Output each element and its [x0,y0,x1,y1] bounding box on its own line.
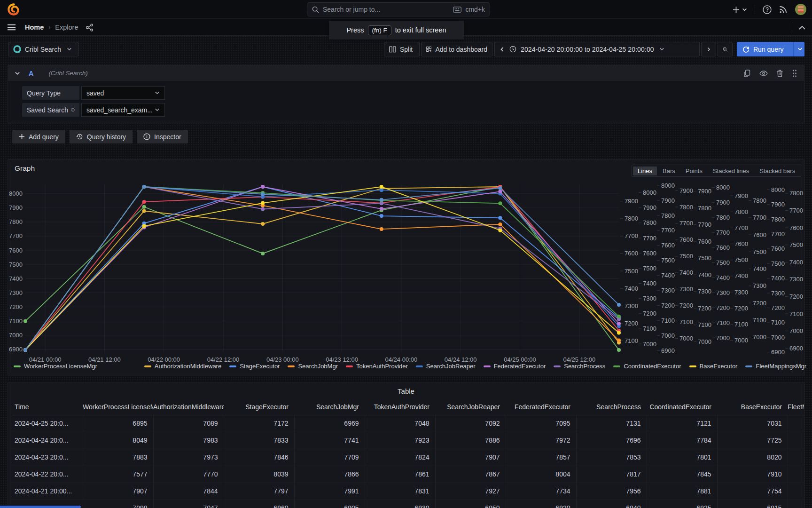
table-cell-value: 7824 [365,449,435,466]
table-cell-value: 7817 [576,466,647,483]
svg-text:7400: 7400 [643,280,656,287]
table-column-header[interactable]: WorkerProcessLicenseMgr [83,402,153,415]
top-nav-bar: Search or jump to... cmd+k [0,0,812,19]
svg-text:7000: 7000 [734,337,748,344]
table-column-header[interactable]: BaseExecutor [717,402,788,415]
table-column-header[interactable]: TokenAuthProvider [365,402,435,415]
table-cell-value: 7172 [224,415,294,432]
news-icon[interactable] [779,5,788,14]
legend-item[interactable]: FleetMappingsMgr [745,363,806,370]
table-cell-time: 2024-04-25 20:0... [12,415,83,432]
time-forward-button[interactable] [701,42,716,56]
add-to-dashboard-button[interactable]: Add to dashboard [421,42,492,56]
legend-item[interactable]: TokenAuthProvider [346,363,408,370]
collapse-icon[interactable] [799,25,805,30]
inspector-button[interactable]: Inspector [137,130,188,143]
query-type-select[interactable]: saved [81,86,165,100]
svg-text:7400: 7400 [734,272,748,279]
legend-item[interactable]: SearchJobMgr [288,363,338,370]
help-icon[interactable] [763,5,772,14]
menu-icon[interactable] [8,24,16,31]
svg-text:7600: 7600 [698,238,711,245]
plus-icon [19,134,25,140]
legend-item[interactable]: AuthorizationMiddleware [144,363,221,370]
split-button[interactable]: Split [384,42,420,56]
svg-text:7600: 7600 [734,240,748,247]
run-query-caret[interactable] [793,42,806,56]
trash-icon[interactable] [776,70,783,77]
grafana-logo-icon[interactable] [8,3,20,16]
svg-text:7300: 7300 [661,287,675,294]
svg-text:7200: 7200 [698,305,711,312]
table-cell-value: 7089 [153,415,224,432]
svg-text:7700: 7700 [9,232,23,239]
search-input[interactable]: Search or jump to... cmd+k [307,2,490,16]
svg-text:7300: 7300 [789,276,803,283]
legend-item[interactable]: SearchJobReaper [416,363,476,370]
query-history-button[interactable]: Query history [70,130,133,143]
svg-text:7500: 7500 [753,248,766,255]
svg-text:7500: 7500 [679,253,693,260]
breadcrumb-home[interactable]: Home [25,24,44,31]
copy-icon[interactable] [743,70,751,77]
legend-series-color [484,365,491,367]
svg-text:7700: 7700 [789,207,803,214]
table-column-header[interactable]: FleetMappingsMgr [788,402,804,415]
legend-series-color [554,365,561,367]
saved-search-value: saved_search_exam... [86,106,155,114]
table-column-header[interactable]: SearchJobReaper [435,402,506,415]
table-column-header[interactable]: AuthorizationMiddleware [153,402,224,415]
svg-text:7200: 7200 [9,303,23,310]
svg-text:7900: 7900 [679,187,693,194]
table-cell-time: 2024-04-22 20:0... [12,466,83,483]
table-column-header[interactable]: Time [12,402,83,415]
time-range-picker[interactable]: 2024-04-20 20:00:00 to 2024-04-25 20:00:… [494,42,700,56]
drag-handle-icon[interactable] [792,70,797,77]
line-chart[interactable]: 6900700071007200730074007500760077007800… [8,159,804,362]
svg-text:8000: 8000 [661,182,675,189]
share-icon[interactable] [86,24,94,32]
legend-series-color [288,365,295,367]
svg-text:7100: 7100 [771,319,785,326]
table-cell-value: 8020 [717,449,788,466]
legend-item[interactable]: FederatedExecutor [484,363,546,370]
legend-series-name: TokenAuthProvider [356,363,408,370]
add-query-button[interactable]: Add query [12,130,65,143]
eye-icon[interactable] [759,70,768,77]
legend-item[interactable]: StageExecutor [229,363,280,370]
table-cell-value [788,449,804,466]
svg-text:7600: 7600 [9,247,23,254]
table-column-header[interactable]: FederatedExecutor [506,402,576,415]
time-range-label: 2024-04-20 20:00:00 to 2024-04-25 20:00:… [521,46,654,53]
zoom-out-button[interactable] [718,42,733,56]
table-column-header[interactable]: SearchJobMgr [294,402,365,415]
run-query-button[interactable]: Run query [737,42,804,56]
svg-text:7000: 7000 [789,327,803,334]
table-cell-value [788,466,804,483]
table-cell-value: 7734 [506,483,576,500]
svg-text:7700: 7700 [753,214,766,221]
legend-item[interactable]: CoordinatedExecutor [613,363,681,370]
table-column-header[interactable]: StageExecutor [224,402,294,415]
new-menu-button[interactable] [733,6,747,13]
legend-item[interactable]: WorkerProcessLicenseMgr [14,363,97,370]
svg-text:04/25 00:00: 04/25 00:00 [504,356,536,362]
avatar[interactable] [795,4,806,15]
legend-item[interactable]: SearchProcess [554,363,605,370]
svg-text:7100: 7100 [643,325,656,332]
table-column-header[interactable]: CoordinatedExecutor [647,402,717,415]
svg-text:7000: 7000 [643,341,656,348]
legend-item[interactable]: BaseExecutor [689,363,738,370]
svg-text:7300: 7300 [771,290,785,297]
saved-search-select[interactable]: saved_search_exam... [81,103,165,117]
svg-text:04/22 12:00: 04/22 12:00 [207,356,240,362]
table-cell-value: 6940 [576,500,647,508]
svg-text:7600: 7600 [716,244,730,251]
table-cell-value: 7956 [576,483,647,500]
nav2-divider [793,22,793,32]
horizontal-scrollbar[interactable] [0,506,81,508]
svg-text:8000: 8000 [716,184,730,191]
query-header[interactable]: A (Cribl Search) [8,65,804,81]
table-column-header[interactable]: SearchProcess [576,402,647,415]
datasource-picker[interactable]: Cribl Search [8,42,78,56]
